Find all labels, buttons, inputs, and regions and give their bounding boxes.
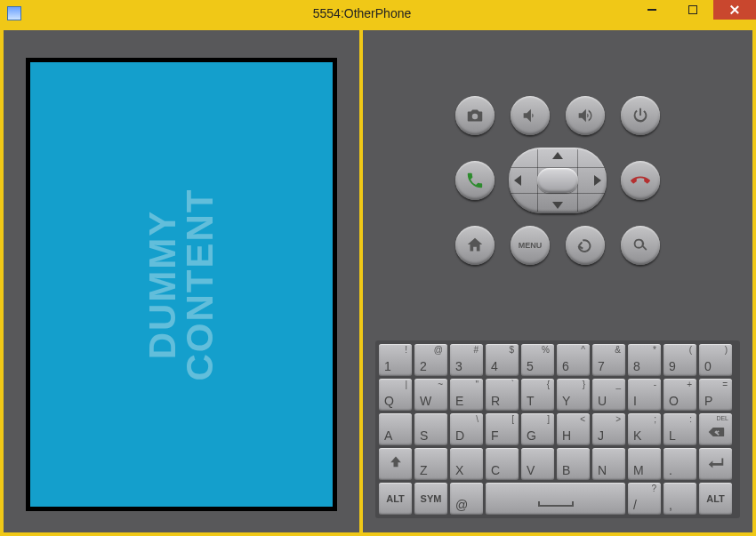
key-delete[interactable]: DEL [699, 413, 732, 445]
emulator-body: DUMMY CONTENT [0, 27, 756, 536]
back-button[interactable] [566, 226, 605, 265]
menu-label: MENU [519, 241, 543, 250]
volume-up-button[interactable] [566, 96, 605, 135]
camera-button[interactable] [455, 96, 495, 135]
key-Z[interactable]: Z [414, 448, 447, 480]
key-8[interactable]: 8* [628, 344, 661, 376]
key-Q[interactable]: Q| [379, 379, 412, 411]
key-sym[interactable]: SYM [414, 483, 447, 515]
key-F[interactable]: F[ [486, 413, 519, 445]
home-icon [465, 236, 485, 255]
key-1[interactable]: 1! [379, 344, 412, 376]
key-3[interactable]: 3# [450, 344, 483, 376]
app-icon [7, 6, 21, 20]
power-button[interactable] [621, 96, 660, 135]
key-enter[interactable] [699, 448, 732, 480]
power-icon [631, 106, 650, 125]
key-J[interactable]: J> [592, 413, 625, 445]
camera-icon [465, 106, 485, 125]
key-6[interactable]: 6^ [557, 344, 590, 376]
key-C[interactable]: C [486, 448, 519, 480]
screen-content-text: DUMMY CONTENT [144, 188, 219, 380]
key-G[interactable]: G] [521, 413, 554, 445]
search-icon [631, 236, 650, 255]
close-button[interactable] [713, 0, 756, 20]
key-Y[interactable]: Y} [557, 379, 590, 411]
key-alt-left[interactable]: ALT [379, 483, 412, 515]
call-button[interactable] [455, 161, 495, 200]
dpad-up[interactable] [552, 152, 563, 159]
key-W[interactable]: W~ [414, 379, 447, 411]
volume-down-icon [520, 106, 540, 125]
kbd-row-4: ZXCVBNM. [379, 448, 736, 480]
key-O[interactable]: O+ [664, 379, 696, 411]
volume-down-button[interactable] [511, 96, 550, 135]
device-screen[interactable]: DUMMY CONTENT [26, 58, 337, 511]
key-E[interactable]: E" [450, 379, 483, 411]
key-alt-right[interactable]: ALT [699, 483, 732, 515]
key-N[interactable]: N [592, 448, 625, 480]
key-P[interactable]: P= [699, 379, 732, 411]
key-9[interactable]: 9( [664, 344, 696, 376]
key-B[interactable]: B [557, 448, 590, 480]
device-screen-pane: DUMMY CONTENT [4, 30, 359, 532]
kbd-row-1: 1!2@3#4$5%6^7&8*9(0) [379, 344, 736, 376]
menu-button[interactable]: MENU [511, 226, 550, 265]
key-T[interactable]: T{ [521, 379, 554, 411]
minimize-button[interactable] [631, 0, 672, 20]
key-M[interactable]: M [628, 448, 661, 480]
dpad-down[interactable] [552, 202, 563, 209]
dpad-center[interactable] [537, 168, 578, 193]
key-0[interactable]: 0) [699, 344, 732, 376]
key-2[interactable]: 2@ [414, 344, 447, 376]
home-button[interactable] [455, 226, 495, 265]
key-.[interactable]: . [664, 448, 696, 480]
kbd-row-3: ASD\F[G]H<J>K;L:DEL [379, 413, 736, 445]
hardware-buttons: MENU [375, 96, 740, 265]
key-R[interactable]: R` [486, 379, 519, 411]
key-V[interactable]: V [521, 448, 554, 480]
end-call-button[interactable] [621, 161, 660, 200]
kbd-row-5: ALTSYM@/?,ALT [379, 483, 736, 515]
key-slash[interactable]: /? [628, 483, 661, 515]
key-A[interactable]: A [379, 413, 412, 445]
back-icon [575, 236, 595, 255]
key-U[interactable]: U_ [592, 379, 625, 411]
key-4[interactable]: 4$ [486, 344, 519, 376]
key-H[interactable]: H< [557, 413, 590, 445]
volume-up-icon [575, 106, 595, 125]
dpad [509, 148, 607, 213]
key-7[interactable]: 7& [592, 344, 625, 376]
key-L[interactable]: L: [664, 413, 696, 445]
keyboard: 1!2@3#4$5%6^7&8*9(0) Q|W~E"R`T{Y}U_I-O+P… [375, 340, 740, 518]
search-button[interactable] [621, 226, 660, 265]
key-K[interactable]: K; [628, 413, 661, 445]
key-I[interactable]: I- [628, 379, 661, 411]
key-at[interactable]: @ [450, 483, 483, 515]
key-X[interactable]: X [450, 448, 483, 480]
key-space[interactable] [486, 483, 625, 515]
controls-pane: MENU 1!2@3#4$5%6^7&8*9(0) Q|W~E"R`T{Y}U_… [363, 30, 752, 532]
maximize-button[interactable] [672, 0, 713, 20]
key-S[interactable]: S [414, 413, 447, 445]
key-D[interactable]: D\ [450, 413, 483, 445]
dpad-right[interactable] [594, 175, 601, 186]
kbd-row-2: Q|W~E"R`T{Y}U_I-O+P= [379, 379, 736, 411]
dpad-left[interactable] [514, 175, 521, 186]
titlebar: 5554:OtherPhone [0, 0, 756, 27]
window-controls [631, 0, 756, 20]
call-icon [465, 171, 485, 190]
end-call-icon [631, 171, 650, 190]
key-shift[interactable] [379, 448, 412, 480]
key-comma[interactable]: , [664, 483, 696, 515]
key-5[interactable]: 5% [521, 344, 554, 376]
